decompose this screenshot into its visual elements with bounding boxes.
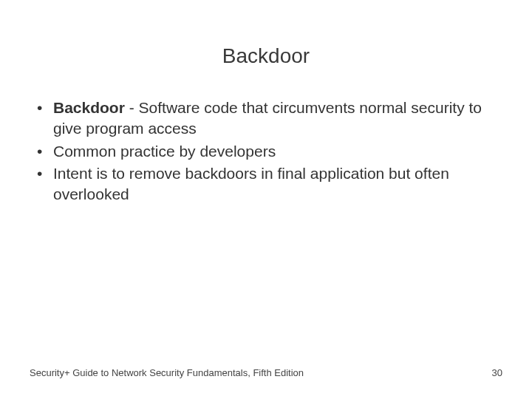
list-item: Intent is to remove backdoors in final a…: [30, 163, 502, 205]
bullet-term: Backdoor: [53, 99, 125, 116]
page-number: 30: [492, 367, 502, 378]
slide-content: Backdoor - Software code that circumvent…: [0, 98, 532, 205]
bullet-text: Intent is to remove backdoors in final a…: [53, 165, 449, 202]
footer-source: Security+ Guide to Network Security Fund…: [30, 367, 304, 378]
list-item: Common practice by developers: [30, 141, 502, 162]
list-item: Backdoor - Software code that circumvent…: [30, 98, 502, 140]
slide-title: Backdoor: [0, 0, 532, 98]
slide: Backdoor Backdoor - Software code that c…: [0, 0, 532, 399]
bullet-text: Common practice by developers: [53, 143, 276, 160]
bullet-list: Backdoor - Software code that circumvent…: [30, 98, 502, 205]
slide-footer: Security+ Guide to Network Security Fund…: [30, 367, 502, 378]
